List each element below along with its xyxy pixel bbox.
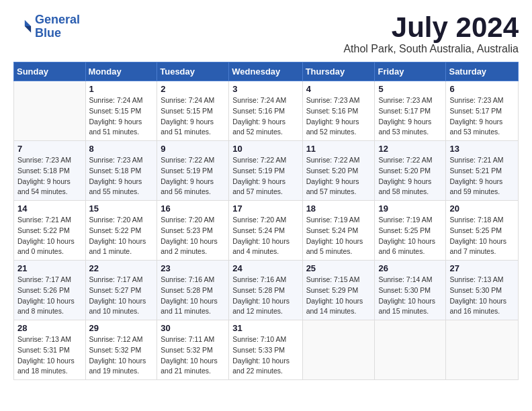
calendar-cell: 27Sunrise: 7:13 AMSunset: 5:30 PMDayligh… <box>446 261 519 320</box>
day-number: 4 <box>306 84 371 94</box>
day-number: 26 <box>378 263 442 273</box>
day-info: Sunrise: 7:24 AMSunset: 5:15 PMDaylight:… <box>161 95 225 138</box>
calendar-cell: 8Sunrise: 7:23 AMSunset: 5:18 PMDaylight… <box>85 141 157 201</box>
day-number: 21 <box>17 263 82 273</box>
week-row-5: 28Sunrise: 7:13 AMSunset: 5:31 PMDayligh… <box>14 320 519 380</box>
header-day-saturday: Saturday <box>446 62 519 81</box>
calendar-cell: 7Sunrise: 7:23 AMSunset: 5:18 PMDaylight… <box>14 141 86 201</box>
day-info: Sunrise: 7:12 AMSunset: 5:32 PMDaylight:… <box>89 334 154 377</box>
day-info: Sunrise: 7:22 AMSunset: 5:20 PMDaylight:… <box>306 155 371 197</box>
svg-marker-1 <box>25 26 31 32</box>
day-number: 29 <box>89 323 154 333</box>
calendar-cell: 18Sunrise: 7:19 AMSunset: 5:24 PMDayligh… <box>302 201 375 261</box>
day-info: Sunrise: 7:24 AMSunset: 5:15 PMDaylight:… <box>89 95 154 138</box>
page-container: General Blue July 2024 Athol Park, South… <box>13 13 519 380</box>
day-number: 1 <box>89 84 154 94</box>
day-info: Sunrise: 7:22 AMSunset: 5:19 PMDaylight:… <box>161 155 225 197</box>
header-day-friday: Friday <box>375 62 446 81</box>
day-number: 19 <box>378 203 442 214</box>
day-info: Sunrise: 7:17 AMSunset: 5:26 PMDaylight:… <box>17 275 82 317</box>
day-info: Sunrise: 7:23 AMSunset: 5:18 PMDaylight:… <box>17 155 82 197</box>
day-number: 16 <box>161 203 225 214</box>
day-info: Sunrise: 7:14 AMSunset: 5:30 PMDaylight:… <box>378 275 442 317</box>
day-info: Sunrise: 7:20 AMSunset: 5:23 PMDaylight:… <box>161 215 225 257</box>
day-info: Sunrise: 7:16 AMSunset: 5:28 PMDaylight:… <box>232 275 298 317</box>
day-number: 28 <box>17 323 82 333</box>
day-info: Sunrise: 7:13 AMSunset: 5:30 PMDaylight:… <box>449 275 515 317</box>
calendar-cell: 3Sunrise: 7:24 AMSunset: 5:16 PMDaylight… <box>229 81 302 141</box>
logo-icon <box>13 17 32 36</box>
title-block: July 2024 Athol Park, South Australia, A… <box>343 13 519 55</box>
day-info: Sunrise: 7:16 AMSunset: 5:28 PMDaylight:… <box>161 275 225 317</box>
day-number: 11 <box>306 144 371 154</box>
calendar-cell: 31Sunrise: 7:10 AMSunset: 5:33 PMDayligh… <box>229 320 302 380</box>
day-number: 20 <box>449 203 515 214</box>
svg-marker-0 <box>25 20 31 26</box>
day-info: Sunrise: 7:23 AMSunset: 5:18 PMDaylight:… <box>89 155 154 197</box>
calendar-cell: 13Sunrise: 7:21 AMSunset: 5:21 PMDayligh… <box>446 141 519 201</box>
day-info: Sunrise: 7:20 AMSunset: 5:24 PMDaylight:… <box>232 215 298 257</box>
day-number: 2 <box>161 84 225 94</box>
day-number: 14 <box>17 203 82 214</box>
day-info: Sunrise: 7:21 AMSunset: 5:21 PMDaylight:… <box>449 155 515 197</box>
day-number: 17 <box>232 203 298 214</box>
header-day-wednesday: Wednesday <box>229 62 302 81</box>
header-day-tuesday: Tuesday <box>157 62 229 81</box>
day-number: 24 <box>232 263 298 273</box>
calendar-cell: 16Sunrise: 7:20 AMSunset: 5:23 PMDayligh… <box>157 201 229 261</box>
calendar-cell: 25Sunrise: 7:15 AMSunset: 5:29 PMDayligh… <box>302 261 375 320</box>
header-day-thursday: Thursday <box>302 62 375 81</box>
calendar-cell: 10Sunrise: 7:22 AMSunset: 5:19 PMDayligh… <box>229 141 302 201</box>
day-number: 3 <box>232 84 298 94</box>
calendar-cell: 30Sunrise: 7:11 AMSunset: 5:32 PMDayligh… <box>157 320 229 380</box>
week-row-2: 7Sunrise: 7:23 AMSunset: 5:18 PMDaylight… <box>14 141 519 201</box>
day-number: 7 <box>17 144 82 154</box>
logo: General Blue <box>13 13 80 40</box>
day-number: 12 <box>378 144 442 154</box>
day-info: Sunrise: 7:20 AMSunset: 5:22 PMDaylight:… <box>89 215 154 257</box>
calendar-cell: 19Sunrise: 7:19 AMSunset: 5:25 PMDayligh… <box>375 201 446 261</box>
calendar-cell: 22Sunrise: 7:17 AMSunset: 5:27 PMDayligh… <box>85 261 157 320</box>
day-info: Sunrise: 7:23 AMSunset: 5:17 PMDaylight:… <box>378 95 442 138</box>
day-number: 8 <box>89 144 154 154</box>
calendar-cell <box>14 81 86 141</box>
day-info: Sunrise: 7:22 AMSunset: 5:19 PMDaylight:… <box>232 155 298 197</box>
calendar-cell: 15Sunrise: 7:20 AMSunset: 5:22 PMDayligh… <box>85 201 157 261</box>
calendar-cell: 21Sunrise: 7:17 AMSunset: 5:26 PMDayligh… <box>14 261 86 320</box>
calendar-cell: 2Sunrise: 7:24 AMSunset: 5:15 PMDaylight… <box>157 81 229 141</box>
day-info: Sunrise: 7:22 AMSunset: 5:20 PMDaylight:… <box>378 155 442 197</box>
day-info: Sunrise: 7:21 AMSunset: 5:22 PMDaylight:… <box>17 215 82 257</box>
logo-line2: Blue <box>35 26 61 40</box>
calendar-cell: 9Sunrise: 7:22 AMSunset: 5:19 PMDaylight… <box>157 141 229 201</box>
day-info: Sunrise: 7:13 AMSunset: 5:31 PMDaylight:… <box>17 334 82 377</box>
calendar-cell: 5Sunrise: 7:23 AMSunset: 5:17 PMDaylight… <box>375 81 446 141</box>
logo-line1: General <box>35 13 80 26</box>
day-info: Sunrise: 7:10 AMSunset: 5:33 PMDaylight:… <box>232 334 298 377</box>
calendar-cell: 6Sunrise: 7:23 AMSunset: 5:17 PMDaylight… <box>446 81 519 141</box>
day-number: 6 <box>449 84 515 94</box>
day-number: 5 <box>378 84 442 94</box>
calendar-cell: 14Sunrise: 7:21 AMSunset: 5:22 PMDayligh… <box>14 201 86 261</box>
day-info: Sunrise: 7:11 AMSunset: 5:32 PMDaylight:… <box>161 334 225 377</box>
day-number: 30 <box>161 323 225 333</box>
header-day-monday: Monday <box>85 62 157 81</box>
day-number: 18 <box>306 203 371 214</box>
week-row-1: 1Sunrise: 7:24 AMSunset: 5:15 PMDaylight… <box>14 81 519 141</box>
calendar-cell: 11Sunrise: 7:22 AMSunset: 5:20 PMDayligh… <box>302 141 375 201</box>
calendar-cell: 12Sunrise: 7:22 AMSunset: 5:20 PMDayligh… <box>375 141 446 201</box>
month-title: July 2024 <box>343 13 519 42</box>
calendar-table: SundayMondayTuesdayWednesdayThursdayFrid… <box>13 62 519 380</box>
calendar-cell <box>302 320 375 380</box>
calendar-cell <box>375 320 446 380</box>
day-number: 23 <box>161 263 225 273</box>
day-info: Sunrise: 7:19 AMSunset: 5:24 PMDaylight:… <box>306 215 371 257</box>
calendar-cell: 28Sunrise: 7:13 AMSunset: 5:31 PMDayligh… <box>14 320 86 380</box>
calendar-cell: 24Sunrise: 7:16 AMSunset: 5:28 PMDayligh… <box>229 261 302 320</box>
calendar-cell <box>446 320 519 380</box>
day-number: 31 <box>232 323 298 333</box>
day-info: Sunrise: 7:19 AMSunset: 5:25 PMDaylight:… <box>378 215 442 257</box>
day-info: Sunrise: 7:17 AMSunset: 5:27 PMDaylight:… <box>89 275 154 317</box>
calendar-cell: 20Sunrise: 7:18 AMSunset: 5:25 PMDayligh… <box>446 201 519 261</box>
logo-text: General Blue <box>35 13 80 40</box>
day-number: 25 <box>306 263 371 273</box>
